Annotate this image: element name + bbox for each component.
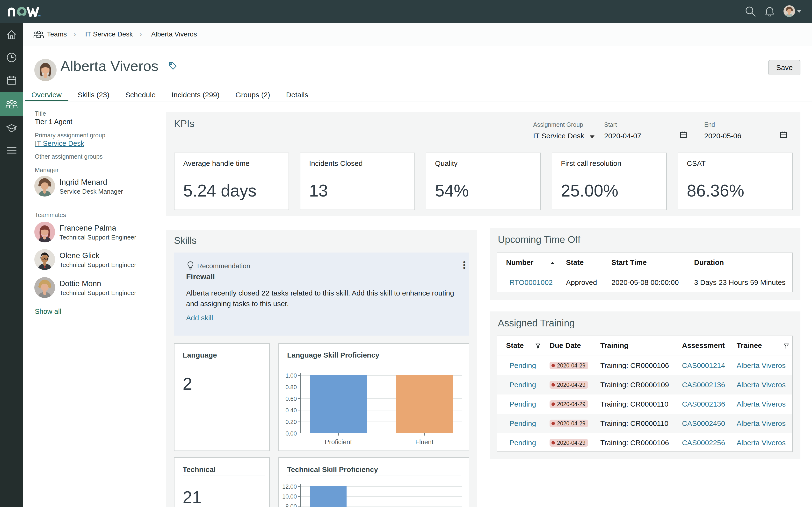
svg-text:TM: TM [38,14,41,17]
